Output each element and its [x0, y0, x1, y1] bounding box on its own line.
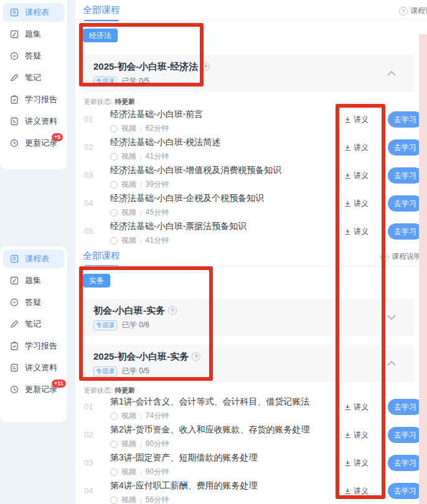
- chevron-up-icon[interactable]: [387, 361, 396, 366]
- sidebar-item-qa[interactable]: 答疑: [3, 293, 64, 312]
- sidebar-item-schedule[interactable]: 课程表: [3, 250, 64, 268]
- updates-icon: [9, 385, 19, 394]
- sidebar-item-notes[interactable]: 笔记: [3, 68, 64, 87]
- lesson-number: 05: [84, 226, 93, 236]
- sidebar-item-schedule[interactable]: 课程表: [3, 3, 64, 22]
- go-study-button[interactable]: 去学习: [388, 427, 423, 443]
- download-icon: [344, 404, 351, 411]
- lesson-title: 经济法基础-小白班-前言: [110, 108, 203, 119]
- go-study-button[interactable]: 去学习: [388, 167, 423, 184]
- lesson-number: 04: [84, 198, 93, 208]
- qa-icon: [9, 297, 19, 307]
- lesson-title: 第4讲-应付职工薪酬、费用的账务处理: [110, 480, 257, 491]
- handout-download-link[interactable]: 讲义: [344, 402, 368, 413]
- progress-text: 已学 0/6: [122, 320, 149, 330]
- progress-ring-icon: [110, 125, 118, 133]
- handout-download-link[interactable]: 讲义: [344, 170, 368, 181]
- chevron-up-icon[interactable]: [387, 71, 396, 76]
- course-info-link[interactable]: 课程说: [399, 6, 427, 16]
- qa-icon: [9, 51, 19, 61]
- tab-all-courses[interactable]: 全部课程: [83, 250, 120, 262]
- sidebar-item-question-set[interactable]: 题集: [3, 271, 64, 290]
- lesson-row: 03 第3讲-固定资产、短期借款的账务处理 视频|90分钟 讲义 去学习: [83, 450, 423, 478]
- progress-text: 已学 0/5: [122, 76, 149, 86]
- progress-ring-icon: [110, 181, 118, 189]
- handout-download-link[interactable]: 讲义: [344, 114, 368, 125]
- sidebar-item-study-report[interactable]: 学习报告: [3, 90, 64, 109]
- schedule-icon: [9, 7, 19, 17]
- course-type-badge: 专题课: [93, 366, 117, 376]
- sidebar-item-update-log[interactable]: 更新记录 +11: [3, 380, 64, 399]
- download-icon: [344, 228, 351, 235]
- category-tag: 经济法: [83, 29, 118, 42]
- lesson-number: 03: [84, 458, 93, 467]
- go-study-button[interactable]: 去学习: [388, 139, 423, 156]
- notes-icon: [9, 319, 19, 329]
- course-group-header[interactable]: 2025-初会-小白班-经济法 专题课 已学 0/5: [83, 55, 415, 92]
- update-status: 更新状态:待更新: [83, 97, 135, 106]
- lesson-title: 第1讲-会计含义、会计等式、会计科目、借贷记账法: [110, 396, 309, 407]
- download-icon: [344, 200, 351, 207]
- question-set-icon: [9, 29, 19, 39]
- header-divider: [75, 19, 427, 20]
- progress-ring-icon: [110, 497, 118, 504]
- go-study-button[interactable]: 去学习: [388, 399, 423, 415]
- lesson-number: 03: [84, 170, 93, 180]
- go-study-button[interactable]: 去学习: [388, 223, 423, 240]
- update-count-badge: +5: [52, 133, 63, 141]
- lesson-number: 01: [84, 114, 93, 124]
- go-study-button[interactable]: 去学习: [388, 195, 423, 212]
- course-info-link[interactable]: 课程说明: [380, 251, 421, 262]
- sidebar-item-update-log[interactable]: 更新记录 +5: [3, 134, 64, 152]
- course-group-header[interactable]: 2025-初会-小白班-实务 专题课 已学 0/5: [83, 345, 415, 382]
- lesson-row: 05 经济法基础-小白班-票据法预备知识 视频|41分钟 讲义 去学习: [83, 218, 423, 246]
- sidebar-item-handout-materials[interactable]: 讲义资料: [3, 358, 64, 377]
- question-set-icon: [9, 276, 19, 286]
- progress-ring-icon: [110, 413, 118, 420]
- progress-ring-icon: [110, 237, 118, 245]
- chevron-down-icon[interactable]: [387, 315, 396, 320]
- sidebar-item-qa[interactable]: 答疑: [3, 47, 64, 65]
- handout-download-link[interactable]: 讲义: [344, 198, 368, 209]
- go-study-button[interactable]: 去学习: [388, 483, 423, 499]
- header-divider: [75, 266, 427, 266]
- sidebar-item-handout-materials[interactable]: 讲义资料: [3, 112, 64, 131]
- handout-download-link[interactable]: 讲义: [344, 226, 368, 237]
- lesson-number: 02: [84, 142, 93, 152]
- lesson-title: 第2讲-货币资金、收入和应收账款、存货的账务处理: [110, 424, 309, 435]
- go-study-button[interactable]: 去学习: [388, 111, 423, 128]
- sidebar-item-notes[interactable]: 笔记: [3, 315, 64, 334]
- progress-ring-icon: [110, 469, 118, 476]
- lesson-row: 04 经济法基础-小白班-企税及个税预备知识 视频|45分钟 讲义 去学习: [83, 190, 423, 218]
- help-icon: [399, 7, 408, 16]
- go-study-button[interactable]: 去学习: [388, 455, 423, 471]
- download-icon: [344, 172, 351, 179]
- report-icon: [9, 95, 19, 105]
- sidebar-item-study-report[interactable]: 学习报告: [3, 337, 64, 355]
- lesson-title: 经济法基础-小白班-企税及个税预备知识: [110, 192, 264, 203]
- lesson-row: 02 第2讲-货币资金、收入和应收账款、存货的账务处理 视频|90分钟 讲义 去…: [83, 422, 423, 450]
- handout-download-link[interactable]: 讲义: [344, 458, 368, 469]
- lesson-row: 03 经济法基础-小白班-增值税及消费税预备知识 视频|39分钟 讲义 去学习: [83, 162, 423, 190]
- course-group-header[interactable]: 初会-小白班-实务 专题课 已学 0/6: [83, 299, 415, 336]
- lesson-number: 02: [84, 430, 93, 439]
- report-icon: [9, 341, 19, 351]
- download-icon: [344, 488, 351, 495]
- category-tag: 实务: [83, 274, 110, 287]
- lesson-row: 04 第4讲-应付职工薪酬、费用的账务处理 视频|56分钟 讲义 去学习: [83, 478, 423, 504]
- handouts-icon: [9, 363, 19, 373]
- handout-download-link[interactable]: 讲义: [344, 142, 368, 153]
- progress-ring-icon: [110, 441, 118, 448]
- handout-download-link[interactable]: 讲义: [344, 486, 368, 497]
- progress-ring-icon: [110, 153, 118, 161]
- lesson-title: 经济法基础-小白班-增值税及消费税预备知识: [110, 164, 281, 175]
- right-edge-highlight-strip: [419, 34, 427, 504]
- group-title: 初会-小白班-实务: [93, 305, 165, 315]
- update-count-badge: +11: [52, 380, 66, 388]
- handout-download-link[interactable]: 讲义: [344, 430, 368, 441]
- lesson-title: 经济法基础-小白班-票据法预备知识: [110, 220, 246, 231]
- lesson-title: 经济法基础-小白班-税法简述: [110, 136, 220, 147]
- tab-all-courses[interactable]: 全部课程: [83, 4, 120, 16]
- sidebar-item-question-set[interactable]: 题集: [3, 25, 64, 44]
- progress-ring-icon: [110, 209, 118, 217]
